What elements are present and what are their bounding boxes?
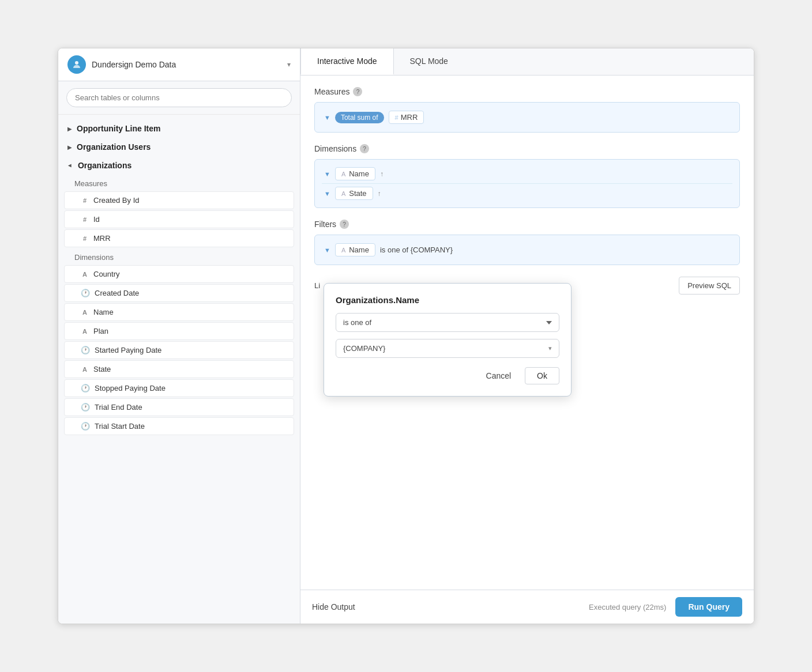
measures-section: Measures ? ▼ Total sum of # MRR — [314, 87, 740, 133]
filter-row: ▼ A Name is one of {COMPANY} — [322, 240, 732, 260]
right-panel: Interactive Mode SQL Mode Measures ? ▼ — [300, 48, 754, 624]
dimensions-section: Dimensions ? ▼ A Name ↑ — [314, 144, 740, 208]
datasource-title: Dundersign Demo Data — [92, 60, 281, 69]
field-country[interactable]: A Country — [64, 265, 294, 283]
sidebar-item-opportunity-line-item[interactable]: ▶ Opportunity Line Item — [58, 119, 300, 138]
field-started-paying-date[interactable]: 🕐 Started Paying Date — [64, 341, 294, 359]
measure-field[interactable]: # MRR — [389, 111, 424, 124]
query-panel: Measures ? ▼ Total sum of # MRR — [300, 75, 754, 590]
filter-dropdown-icon[interactable]: ▼ — [324, 247, 330, 254]
field-state[interactable]: A State — [64, 360, 294, 378]
tab-sql[interactable]: SQL Mode — [394, 48, 464, 75]
field-created-by-id[interactable]: # Created By Id — [64, 191, 294, 209]
bottom-bar: Hide Output Executed query (22ms) Run Qu… — [300, 590, 754, 624]
hash-icon: # — [81, 216, 89, 223]
clock-icon: 🕐 — [81, 384, 90, 392]
main-content: Dundersign Demo Data ▾ ▶ Opportunity Lin… — [58, 48, 754, 624]
popup-title: Organizations.Name — [336, 295, 559, 305]
dim-type-icon-a: A — [341, 171, 345, 178]
preview-sql-button[interactable]: Preview SQL — [679, 277, 740, 295]
app-container: Dundersign Demo Data ▾ ▶ Opportunity Lin… — [58, 48, 754, 624]
bottom-right: Executed query (22ms) Run Query — [589, 597, 742, 617]
measure-row: ▼ Total sum of # MRR — [322, 107, 732, 127]
hide-output-button[interactable]: Hide Output — [312, 602, 355, 611]
field-plan[interactable]: A Plan — [64, 322, 294, 340]
field-trial-end-date[interactable]: 🕐 Trial End Date — [64, 398, 294, 416]
filter-type-icon: A — [341, 247, 345, 254]
cancel-button[interactable]: Cancel — [478, 367, 520, 384]
condition-select[interactable]: is one of is not one of equals does not … — [336, 313, 559, 332]
sidebar-item-organizations[interactable]: ▼ Organizations — [58, 156, 300, 175]
sidebar-header[interactable]: Dundersign Demo Data ▾ — [58, 48, 300, 81]
sort-icon[interactable]: ↑ — [378, 190, 381, 198]
exec-status: Executed query (22ms) — [589, 603, 666, 611]
tabs-bar: Interactive Mode SQL Mode — [300, 48, 754, 75]
popup-value-text: {COMPANY} — [343, 344, 385, 353]
field-name: Stopped Paying Date — [95, 384, 166, 392]
tab-interactive[interactable]: Interactive Mode — [300, 48, 394, 75]
sort-icon[interactable]: ↑ — [380, 170, 384, 178]
field-name: Trial End Date — [95, 403, 142, 411]
search-input[interactable] — [66, 88, 292, 107]
field-name[interactable]: A Name — [64, 303, 294, 321]
field-mrr[interactable]: # MRR — [64, 229, 294, 247]
filters-help-icon[interactable]: ? — [340, 220, 349, 229]
arrow-icon: ▼ — [67, 163, 73, 168]
dimension-name-row: ▼ A Name ↑ — [322, 164, 732, 183]
dimensions-box: ▼ A Name ↑ ▼ A State — [314, 159, 740, 208]
ok-button[interactable]: Ok — [525, 367, 559, 384]
dimensions-subsection-title: Dimensions — [58, 248, 300, 264]
app-logo — [67, 55, 86, 74]
field-name: Plan — [93, 327, 108, 335]
field-name: Country — [93, 270, 120, 278]
section-label: Organizations — [78, 161, 131, 170]
measure-dropdown-icon[interactable]: ▼ — [324, 114, 330, 121]
dim-type-icon-a: A — [341, 190, 345, 197]
dim-state-field[interactable]: A State — [335, 187, 373, 200]
field-name: Id — [93, 215, 100, 224]
hash-icon: # — [81, 197, 89, 204]
letter-icon: A — [81, 271, 89, 278]
filter-popup: Organizations.Name is one of is not one … — [324, 283, 572, 397]
field-name: Trial Start Date — [95, 422, 145, 431]
field-id[interactable]: # Id — [64, 210, 294, 228]
hash-icon: # — [395, 114, 399, 121]
filter-condition: is one of {COMPANY} — [380, 246, 453, 254]
field-name: Started Paying Date — [95, 346, 161, 354]
popup-value-row: {COMPANY} ▾ — [336, 339, 559, 358]
field-name: State — [93, 365, 111, 373]
filters-section: Filters ? ▼ A Name is one of {COMPANY} — [314, 220, 740, 265]
dimensions-section-title: Dimensions ? — [314, 144, 740, 153]
field-name: Created Date — [95, 289, 139, 297]
section-label: Opportunity Line Item — [77, 124, 160, 133]
measure-badge[interactable]: Total sum of — [335, 112, 384, 123]
letter-icon: A — [81, 309, 89, 316]
filter-field[interactable]: A Name — [335, 243, 375, 256]
datasource-dropdown-icon[interactable]: ▾ — [287, 61, 291, 69]
clock-icon: 🕐 — [81, 346, 90, 354]
limit-label: Li — [314, 281, 320, 290]
field-name: MRR — [93, 234, 111, 243]
filters-box: ▼ A Name is one of {COMPANY} — [314, 235, 740, 265]
dim-name-field[interactable]: A Name — [335, 167, 375, 180]
filters-section-title: Filters ? — [314, 220, 740, 229]
field-created-date[interactable]: 🕐 Created Date — [64, 284, 294, 302]
measures-help-icon[interactable]: ? — [353, 87, 362, 96]
popup-value-dropdown-icon[interactable]: ▾ — [548, 345, 552, 352]
sidebar: Dundersign Demo Data ▾ ▶ Opportunity Lin… — [58, 48, 300, 624]
arrow-icon: ▶ — [67, 144, 72, 150]
measures-section-title: Measures ? — [314, 87, 740, 96]
field-trial-start-date[interactable]: 🕐 Trial Start Date — [64, 417, 294, 435]
arrow-icon: ▶ — [67, 126, 72, 132]
run-query-button[interactable]: Run Query — [675, 597, 742, 617]
dimensions-help-icon[interactable]: ? — [360, 144, 369, 153]
measures-box: ▼ Total sum of # MRR — [314, 102, 740, 133]
dim-dropdown-icon[interactable]: ▼ — [324, 171, 330, 178]
sidebar-item-organization-users[interactable]: ▶ Organization Users — [58, 138, 300, 156]
letter-icon: A — [81, 366, 89, 373]
measures-subsection-title: Measures — [58, 175, 300, 190]
hash-icon: # — [81, 235, 89, 242]
dim-dropdown-icon[interactable]: ▼ — [324, 190, 330, 197]
popup-actions: Cancel Ok — [336, 367, 559, 384]
field-stopped-paying-date[interactable]: 🕐 Stopped Paying Date — [64, 379, 294, 397]
